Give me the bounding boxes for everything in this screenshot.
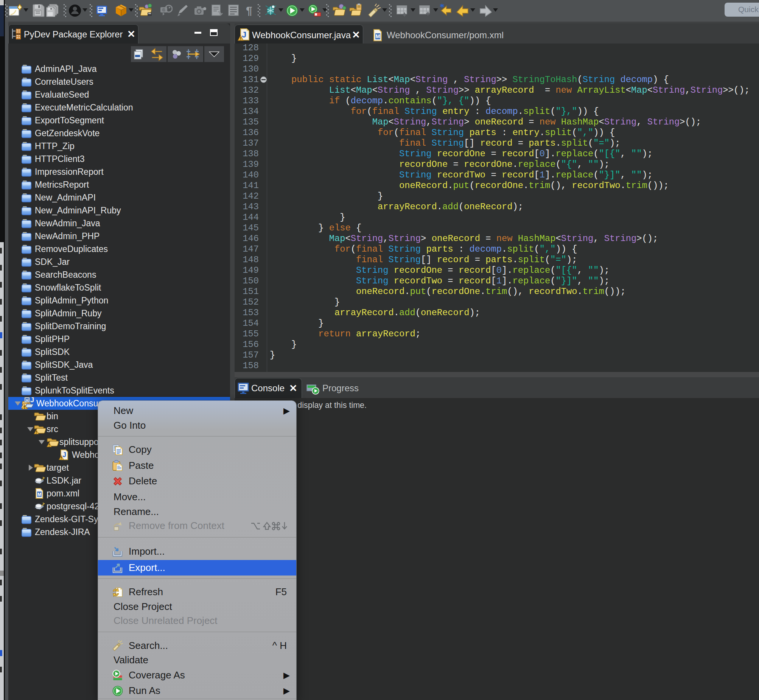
svg-text:M: M bbox=[376, 33, 380, 39]
svg-text:M: M bbox=[37, 492, 41, 497]
svg-text:J: J bbox=[30, 397, 34, 404]
svg-text:!: ! bbox=[240, 36, 241, 41]
svg-text:J: J bbox=[242, 30, 246, 39]
svg-text:J: J bbox=[62, 451, 66, 459]
svg-text:M: M bbox=[26, 398, 28, 402]
